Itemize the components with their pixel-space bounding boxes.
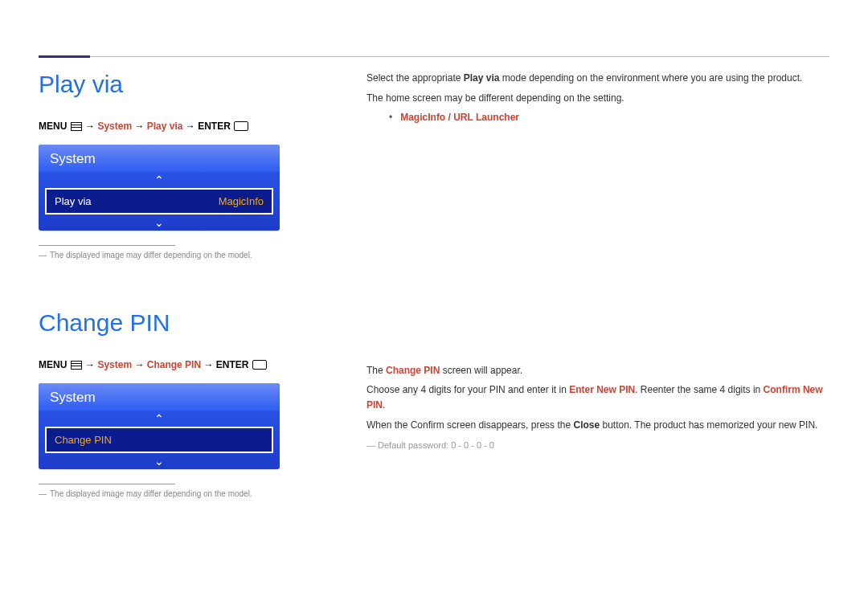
change-pin-right: The Change PIN screen will appear. Choos…	[366, 363, 829, 452]
change-pin-osd: System ⌃ Change PIN ⌄	[39, 383, 280, 469]
enter-icon	[252, 360, 267, 372]
right-column: Select the appropriate Play via mode dep…	[366, 71, 829, 498]
arrow-icon: →	[186, 121, 198, 132]
arrow-icon: →	[203, 359, 215, 370]
left-column: Play via MENU → System → Play via → ENTE…	[39, 71, 304, 498]
enter-label: ENTER	[216, 359, 249, 370]
arrow-icon: →	[85, 121, 97, 132]
path-system: System	[97, 359, 132, 370]
menu-label: MENU	[39, 359, 67, 370]
page-header-rule	[39, 56, 829, 57]
play-via-desc-line2: The home screen may be different dependi…	[366, 91, 829, 106]
arrow-icon: →	[85, 359, 97, 370]
osd-row-label: Change PIN	[55, 434, 112, 446]
play-via-osd: System ⌃ Play via MagicInfo ⌄	[39, 145, 280, 231]
play-via-heading: Play via	[39, 71, 304, 98]
chevron-down-icon: ⌄	[39, 215, 280, 231]
footnote-rule	[39, 245, 175, 246]
chevron-up-icon: ⌃	[39, 411, 280, 427]
change-pin-line1: The Change PIN screen will appear.	[366, 363, 829, 378]
menu-icon	[71, 361, 82, 372]
change-pin-path: MENU → System → Change PIN → ENTER	[39, 359, 304, 372]
path-change-pin: Change PIN	[147, 359, 201, 370]
osd-row-label: Play via	[55, 195, 92, 207]
play-via-option-bullet: • MagicInfo / URL Launcher	[366, 110, 829, 125]
arrow-icon: →	[134, 121, 146, 132]
default-password-note: ― Default password: 0 - 0 - 0 - 0	[366, 439, 829, 452]
osd-title: System	[39, 145, 280, 172]
change-pin-heading: Change PIN	[39, 309, 304, 337]
play-via-footnote: ―The displayed image may differ dependin…	[39, 251, 304, 260]
bullet-icon: •	[389, 110, 392, 125]
enter-icon	[234, 121, 248, 133]
change-pin-line3: When the Confirm screen disappears, pres…	[366, 418, 829, 433]
menu-icon	[71, 122, 82, 133]
osd-row-play-via: Play via MagicInfo	[45, 188, 273, 215]
path-system: System	[97, 121, 132, 132]
menu-label: MENU	[39, 121, 67, 132]
osd-row-change-pin: Change PIN	[45, 427, 273, 453]
osd-row-value: MagicInfo	[219, 195, 264, 207]
play-via-desc-line1: Select the appropriate Play via mode dep…	[366, 71, 829, 86]
chevron-up-icon: ⌃	[39, 172, 280, 188]
arrow-icon: →	[134, 359, 146, 370]
chevron-down-icon: ⌄	[39, 453, 280, 469]
enter-label: ENTER	[198, 121, 231, 132]
bullet-value: MagicInfo / URL Launcher	[400, 110, 519, 125]
path-play-via: Play via	[147, 121, 183, 132]
play-via-path: MENU → System → Play via → ENTER	[39, 121, 304, 133]
change-pin-line2: Choose any 4 digits for your PIN and ent…	[366, 382, 829, 412]
footnote-rule	[39, 484, 175, 484]
osd-title: System	[39, 383, 280, 411]
change-pin-footnote: ―The displayed image may differ dependin…	[39, 489, 304, 498]
